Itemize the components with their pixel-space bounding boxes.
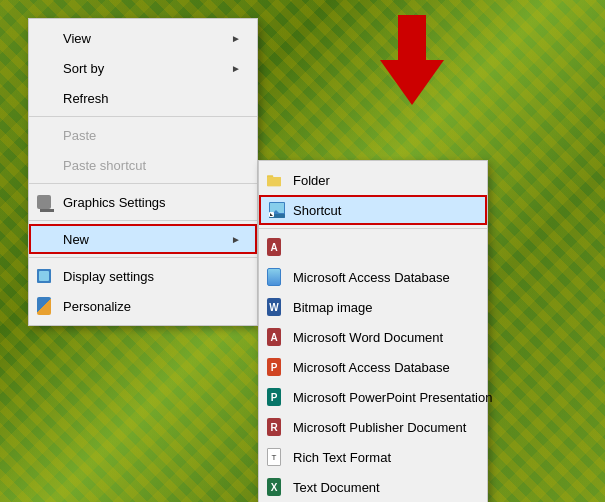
view-icon bbox=[37, 28, 57, 48]
new-icon bbox=[37, 229, 57, 249]
submenu-item-powerpoint[interactable]: P Microsoft Access Database bbox=[259, 352, 487, 382]
gpu-icon bbox=[37, 192, 57, 212]
graphics-settings-label: Graphics Settings bbox=[63, 195, 241, 210]
separator-2 bbox=[29, 183, 257, 184]
menu-item-refresh[interactable]: Refresh bbox=[29, 83, 257, 113]
submenu-separator-1 bbox=[259, 228, 487, 229]
powerpoint-icon: P bbox=[267, 357, 287, 377]
personalize-icon bbox=[37, 296, 57, 316]
separator-4 bbox=[29, 257, 257, 258]
context-menu-primary: View ► Sort by ► Refresh Paste Paste sho… bbox=[28, 18, 258, 326]
menu-item-paste: Paste bbox=[29, 120, 257, 150]
refresh-label: Refresh bbox=[63, 91, 241, 106]
submenu-item-excel[interactable]: X Text Document bbox=[259, 472, 487, 502]
menu-item-personalize[interactable]: Personalize bbox=[29, 291, 257, 321]
separator-3 bbox=[29, 220, 257, 221]
submenu-item-bitmap[interactable]: Microsoft Access Database bbox=[259, 262, 487, 292]
shortcut-label: Shortcut bbox=[293, 203, 471, 218]
svg-rect-2 bbox=[267, 177, 281, 186]
new-arrow: ► bbox=[231, 234, 241, 245]
txt-icon: T bbox=[267, 447, 287, 467]
sort-label: Sort by bbox=[63, 61, 211, 76]
paste-shortcut-label: Paste shortcut bbox=[63, 158, 241, 173]
rtf-label: Microsoft Publisher Document bbox=[293, 420, 471, 435]
menu-item-view[interactable]: View ► bbox=[29, 23, 257, 53]
sort-icon bbox=[37, 58, 57, 78]
submenu-item-access2[interactable]: A Microsoft Word Document bbox=[259, 322, 487, 352]
rtf-icon: R bbox=[267, 417, 287, 437]
menu-item-display-settings[interactable]: Display settings bbox=[29, 261, 257, 291]
display-settings-label: Display settings bbox=[63, 269, 241, 284]
display-icon bbox=[37, 266, 57, 286]
paste-icon bbox=[37, 125, 57, 145]
view-label: View bbox=[63, 31, 211, 46]
separator-1 bbox=[29, 116, 257, 117]
word-icon: W bbox=[267, 297, 287, 317]
paste-label: Paste bbox=[63, 128, 241, 143]
publisher-icon: P bbox=[267, 387, 287, 407]
refresh-icon bbox=[37, 88, 57, 108]
access-icon: A bbox=[267, 237, 287, 257]
paste-shortcut-icon bbox=[37, 155, 57, 175]
submenu-item-word[interactable]: W Bitmap image bbox=[259, 292, 487, 322]
bitmap-label: Microsoft Access Database bbox=[293, 270, 471, 285]
excel-icon: X bbox=[267, 477, 287, 497]
access2-icon: A bbox=[267, 327, 287, 347]
view-arrow: ► bbox=[231, 33, 241, 44]
access2-label: Microsoft Word Document bbox=[293, 330, 471, 345]
sort-arrow: ► bbox=[231, 63, 241, 74]
submenu-item-publisher[interactable]: P Microsoft PowerPoint Presentation bbox=[259, 382, 487, 412]
powerpoint-label: Microsoft Access Database bbox=[293, 360, 471, 375]
text-label: Rich Text Format bbox=[293, 450, 471, 465]
menu-item-graphics-settings[interactable]: Graphics Settings bbox=[29, 187, 257, 217]
folder-icon bbox=[267, 170, 287, 190]
submenu-item-access[interactable]: A bbox=[259, 232, 487, 262]
menu-item-paste-shortcut: Paste shortcut bbox=[29, 150, 257, 180]
publisher-label: Microsoft PowerPoint Presentation bbox=[293, 390, 492, 405]
shortcut-icon bbox=[267, 200, 287, 220]
folder-label: Folder bbox=[293, 173, 471, 188]
new-label: New bbox=[63, 232, 211, 247]
submenu-item-shortcut[interactable]: Shortcut bbox=[259, 195, 487, 225]
bitmap-icon bbox=[267, 267, 287, 287]
personalize-label: Personalize bbox=[63, 299, 241, 314]
excel-label: Text Document bbox=[293, 480, 471, 495]
submenu-item-rtf[interactable]: R Microsoft Publisher Document bbox=[259, 412, 487, 442]
submenu-item-folder[interactable]: Folder bbox=[259, 165, 487, 195]
context-menu-new-submenu: Folder Shortcut A Microsoft Access Datab… bbox=[258, 160, 488, 502]
submenu-item-text[interactable]: T Rich Text Format bbox=[259, 442, 487, 472]
menu-item-new[interactable]: New ► bbox=[29, 224, 257, 254]
menu-item-sort-by[interactable]: Sort by ► bbox=[29, 53, 257, 83]
word-label: Bitmap image bbox=[293, 300, 471, 315]
